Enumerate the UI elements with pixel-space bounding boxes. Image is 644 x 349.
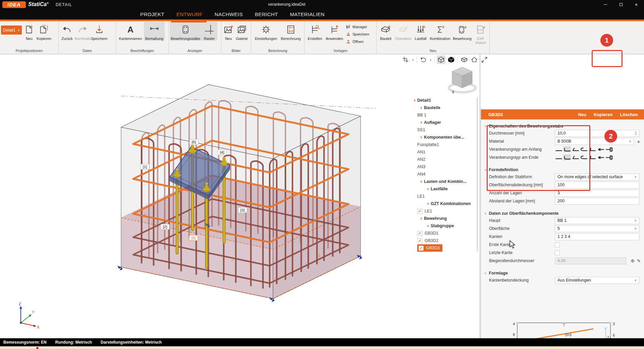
section-view-button[interactable] [460, 55, 469, 64]
anchor-plate-icon[interactable] [605, 146, 613, 152]
tree-item-ss1[interactable]: SS1 [412, 126, 478, 134]
bauteil-button[interactable]: Bauteil [378, 22, 394, 41]
raster-button[interactable]: Raster [201, 22, 217, 41]
anchor-plate-icon[interactable] [605, 154, 613, 160]
tree-item-an1[interactable]: AN1 [412, 148, 478, 156]
tree-item-lasten[interactable]: Lasten und Kombin... [412, 178, 478, 185]
stepper-icon[interactable]: ∧∨ [635, 131, 637, 135]
taskbar-red-icon [36, 347, 39, 349]
haupt-select[interactable]: BB 1 [555, 217, 639, 224]
tree-item-an2[interactable]: AN2 [412, 156, 478, 163]
clip-tool-button[interactable] [401, 55, 410, 64]
bemassung-button[interactable]: Bemaßung [144, 22, 165, 41]
solid-view-button[interactable] [447, 55, 455, 64]
berechnung-button[interactable]: Berechnung [280, 22, 302, 41]
tree-item-gb3d2[interactable]: ✓GB3D2 [412, 237, 478, 244]
rotate-tool-dropdown[interactable]: ∨ [429, 58, 432, 61]
checkbox-checked[interactable]: ✓ [417, 231, 422, 236]
nochmals-button[interactable]: Nochmals [74, 22, 91, 41]
tab-bericht[interactable]: BERICHT [255, 11, 278, 17]
tree-item-lastfaelle[interactable]: Lastfälle [412, 185, 478, 193]
wireframe-view-button[interactable] [437, 55, 445, 64]
clipped-cube-icon [461, 56, 468, 63]
anchor-cone-icon[interactable] [597, 154, 604, 160]
edit-pencil-icon[interactable]: ✎ [637, 258, 641, 263]
tree-scrollbar[interactable] [477, 97, 478, 252]
home-view-button[interactable] [470, 55, 479, 64]
crop-icon [402, 56, 409, 63]
edges-label: Kanten [489, 234, 555, 239]
navigation-cube[interactable] [449, 67, 476, 94]
copy-page-icon [39, 24, 49, 35]
galerie-button[interactable]: Galerie [234, 22, 249, 41]
speichern-button[interactable]: Speichern [91, 22, 108, 41]
tree-item-bb1[interactable]: BB 1 [412, 111, 478, 119]
section-oberflaechenkomponente[interactable]: ∨ Daten zur Oberflächenkomponente [481, 210, 644, 216]
tab-entwurf[interactable]: ENTWURF [176, 11, 203, 17]
tree-item-fussplatte1[interactable]: Fussplatte1 [412, 141, 478, 148]
tree-item-komponenten[interactable]: Komponenten übe... [412, 134, 478, 141]
surface-select[interactable]: 5 [555, 225, 639, 232]
checkbox-checked[interactable]: ✓ [419, 246, 424, 251]
position-neu-button[interactable]: Neu [22, 22, 37, 41]
vorlage-erstellen-button[interactable]: Erstellen [306, 22, 324, 41]
restore-button[interactable] [613, 0, 629, 9]
panel-kopieren-button[interactable]: Kopieren [594, 112, 612, 117]
tree-item-bauteile[interactable]: Bauteile [412, 104, 478, 111]
svg-text:[6]: [6] [192, 140, 196, 144]
3d-viewport[interactable]: [1] [2] [3] [4] [6] [5] 4 1 2 3 Z Y X [0, 54, 480, 338]
tree-item-le1-kombination[interactable]: ✓LE1 [412, 207, 478, 215]
vorlagen-speichern-button[interactable]: Speichern [346, 31, 369, 38]
tree-item-gzt-kombinationen[interactable]: GZT Kombinationen [412, 200, 478, 207]
kantennamen-button[interactable]: A Kantennamen [117, 22, 144, 41]
vorlagen-oeffnen-button[interactable]: Öffnen [346, 38, 369, 45]
panel-loeschen-button[interactable]: Löschen [620, 112, 638, 117]
bewehrung-button[interactable]: Bewehrung [451, 22, 473, 41]
tree-item-detail1[interactable]: Detail1 [412, 97, 478, 104]
calculation-icon [285, 24, 296, 35]
rotate-tool-button[interactable] [419, 55, 428, 64]
tab-nachweis[interactable]: NACHWEIS [215, 11, 243, 17]
bild-neu-button[interactable]: Neu [222, 22, 234, 41]
active-tab-underline [171, 19, 207, 22]
tree-item-an4[interactable]: AN4 [412, 170, 478, 178]
minimize-button[interactable] [598, 0, 613, 9]
einstellungen-button[interactable]: </> Einstellungen [252, 22, 280, 41]
position-kopieren-button[interactable]: Kopieren [37, 22, 51, 41]
tree-item-stabgruppe[interactable]: Stabgruppe [412, 222, 478, 230]
tree-item-auflager[interactable]: Auflager [412, 119, 478, 126]
bewehrungsstaebe-button[interactable]: Bewehrungsstäbe [170, 22, 201, 41]
lastfall-button[interactable]: Lastfall [413, 22, 429, 41]
add-material-button[interactable]: + [636, 139, 641, 144]
tab-projekt[interactable]: PROJEKT [140, 11, 164, 17]
operation-button[interactable]: Operation [394, 22, 413, 41]
project-position-selector[interactable]: Detail1 [1, 26, 22, 35]
tree-item-le1[interactable]: LE1 [412, 193, 478, 200]
clip-tool-dropdown[interactable]: ∨ [411, 58, 415, 61]
last-edge-checkbox[interactable] [555, 250, 560, 255]
manager-icon [346, 24, 351, 29]
panel-neu-button[interactable]: Neu [578, 112, 587, 117]
zurueck-button[interactable]: Zurück [60, 22, 74, 41]
checkbox-checked[interactable]: ✓ [417, 238, 422, 243]
first-edge-checkbox[interactable] [555, 242, 560, 247]
tree-item-gb3d1[interactable]: ✓GB3D1 [412, 230, 478, 237]
section-formlage[interactable]: ∨ Formlage [481, 270, 644, 276]
close-button[interactable]: × [629, 0, 644, 9]
dxf-import-button[interactable]: DXF DXF Import [473, 22, 488, 45]
fit-view-button[interactable] [480, 55, 489, 64]
spacing-input[interactable]: 200 [555, 198, 639, 205]
tree-item-bewehrung[interactable]: Bewehrung [412, 215, 478, 222]
tree-item-an3[interactable]: AN3 [412, 163, 478, 170]
kombination-button[interactable]: Kombination [429, 22, 451, 41]
tab-materialien[interactable]: MATERIALIEN [290, 11, 324, 17]
vorlagen-manager-button[interactable]: Manager [346, 23, 369, 30]
edge-cover-select[interactable]: Aus Einstellungen [555, 277, 639, 284]
tree-item-gb3d3-selected[interactable]: ✓GB3D3 [412, 244, 478, 252]
vorlage-anwenden-button[interactable]: Anwenden [324, 22, 344, 41]
panel-title: GB3D3 [481, 112, 578, 117]
edges-input[interactable]: 1 2 3 4 [555, 233, 639, 240]
template-create-icon [310, 24, 320, 35]
anchor-cone-icon[interactable] [597, 146, 604, 152]
checkbox-checked[interactable]: ✓ [417, 209, 422, 214]
